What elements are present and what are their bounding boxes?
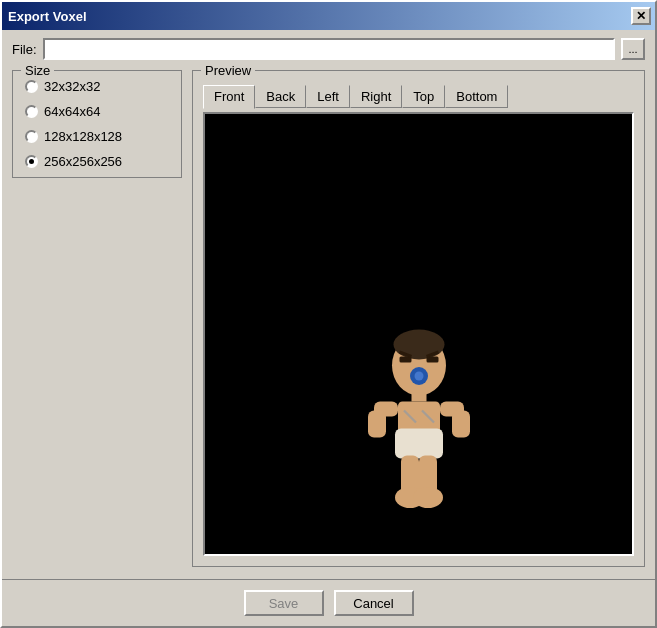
- tab-bottom[interactable]: Bottom: [445, 85, 508, 108]
- size-label-32: 32x32x32: [44, 79, 100, 94]
- size-option-256[interactable]: 256x256x256: [25, 154, 169, 169]
- tabs-row: Front Back Left Right Top Bottom: [193, 75, 644, 108]
- character-preview: [359, 321, 479, 524]
- size-label-256: 256x256x256: [44, 154, 122, 169]
- svg-rect-12: [368, 411, 386, 438]
- svg-rect-14: [452, 411, 470, 438]
- size-option-32[interactable]: 32x32x32: [25, 79, 169, 94]
- preview-group: Preview Front Back Left Right Top Bottom: [192, 70, 645, 567]
- tab-back[interactable]: Back: [255, 85, 306, 108]
- svg-rect-8: [411, 393, 426, 402]
- title-bar: Export Voxel ✕: [2, 2, 655, 30]
- size-group: Size 32x32x32 64x64x64 128x128x128: [12, 70, 182, 178]
- size-label-64: 64x64x64: [44, 104, 100, 119]
- tab-right[interactable]: Right: [350, 85, 402, 108]
- radio-64[interactable]: [25, 105, 38, 118]
- dialog-content: File: ... Size 32x32x32 64x64x64: [2, 30, 655, 575]
- svg-point-18: [413, 487, 443, 508]
- dialog-title: Export Voxel: [8, 9, 87, 24]
- tab-front[interactable]: Front: [203, 85, 255, 109]
- bottom-bar: Save Cancel: [2, 579, 655, 626]
- main-area: Size 32x32x32 64x64x64 128x128x128: [12, 70, 645, 567]
- character-svg: [359, 321, 479, 521]
- export-voxel-dialog: Export Voxel ✕ File: ... Size 32x32x32 6…: [0, 0, 657, 628]
- svg-point-1: [393, 330, 444, 360]
- svg-point-7: [414, 372, 423, 381]
- size-legend: Size: [21, 63, 54, 78]
- size-label-128: 128x128x128: [44, 129, 122, 144]
- size-option-128[interactable]: 128x128x128: [25, 129, 169, 144]
- cancel-button[interactable]: Cancel: [334, 590, 414, 616]
- tab-top[interactable]: Top: [402, 85, 445, 108]
- size-option-64[interactable]: 64x64x64: [25, 104, 169, 119]
- file-input[interactable]: [43, 38, 615, 60]
- browse-button[interactable]: ...: [621, 38, 645, 60]
- close-button[interactable]: ✕: [631, 7, 651, 25]
- radio-32[interactable]: [25, 80, 38, 93]
- save-button[interactable]: Save: [244, 590, 324, 616]
- file-label: File:: [12, 42, 37, 57]
- tab-left[interactable]: Left: [306, 85, 350, 108]
- preview-legend: Preview: [201, 63, 255, 78]
- radio-256[interactable]: [25, 155, 38, 168]
- preview-canvas: [203, 112, 634, 556]
- svg-rect-10: [395, 429, 443, 459]
- file-row: File: ...: [12, 38, 645, 60]
- radio-dot-256: [29, 159, 34, 164]
- radio-128[interactable]: [25, 130, 38, 143]
